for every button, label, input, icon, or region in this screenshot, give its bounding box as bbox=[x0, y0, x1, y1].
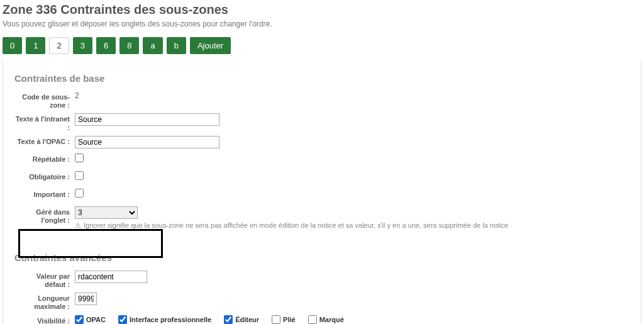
default-input[interactable] bbox=[75, 271, 147, 283]
advanced-section-title: Contraintes avancées bbox=[14, 252, 630, 263]
vis-staff-label: Interface professionnelle bbox=[130, 316, 211, 323]
tab-3[interactable]: 3 bbox=[73, 37, 92, 54]
warning-icon bbox=[75, 221, 84, 229]
vis-collapsed-label: Plié bbox=[283, 316, 296, 323]
vis-opac-label: OPAC bbox=[86, 316, 106, 323]
tab-6[interactable]: 6 bbox=[96, 37, 116, 54]
maxlen-input[interactable] bbox=[75, 293, 97, 305]
repeatable-label: Répétable : bbox=[14, 154, 75, 164]
vis-editor-checkbox[interactable] bbox=[224, 315, 233, 324]
vis-opac-checkbox[interactable] bbox=[75, 315, 84, 324]
intranet-input[interactable] bbox=[75, 113, 219, 126]
tab-8[interactable]: 8 bbox=[119, 37, 139, 54]
tab-b[interactable]: b bbox=[167, 37, 186, 54]
vis-editor-label: Éditeur bbox=[235, 316, 259, 323]
vis-staff-checkbox[interactable] bbox=[118, 315, 127, 324]
mandatory-label: Obligatoire : bbox=[14, 171, 75, 181]
vis-flagged-label: Marqué bbox=[319, 316, 344, 323]
tab-0[interactable]: 0 bbox=[3, 37, 22, 54]
important-checkbox[interactable] bbox=[75, 189, 84, 198]
managed-tab-label: Géré dans l'onglet : bbox=[14, 206, 75, 225]
code-value: 2 bbox=[75, 91, 630, 100]
tab-1[interactable]: 1 bbox=[26, 37, 45, 54]
tab-strip: 0 1 2 3 6 8 a b Ajouter bbox=[0, 37, 644, 60]
intranet-label: Texte à l'intranet : bbox=[14, 113, 75, 131]
mandatory-checkbox[interactable] bbox=[75, 171, 84, 180]
maxlen-label: Longueur maximale : bbox=[14, 293, 75, 311]
vis-flagged-checkbox[interactable] bbox=[308, 315, 317, 324]
managed-tab-hint: Ignorer signifie que la sous-zone ne ser… bbox=[75, 221, 630, 230]
managed-tab-select[interactable]: 3 bbox=[75, 206, 138, 219]
tab-2[interactable]: 2 bbox=[49, 37, 69, 54]
opac-input[interactable] bbox=[75, 136, 219, 148]
default-label: Valeur par défaut : bbox=[14, 271, 75, 289]
vis-collapsed-checkbox[interactable] bbox=[272, 315, 280, 324]
tab-a[interactable]: a bbox=[143, 37, 162, 54]
code-label: Code de sous-zone : bbox=[14, 91, 75, 109]
visibility-label: Visibilité : bbox=[14, 315, 75, 325]
basic-section-title: Contraintes de base bbox=[14, 73, 630, 84]
repeatable-checkbox[interactable] bbox=[75, 154, 84, 162]
tab-add[interactable]: Ajouter bbox=[190, 37, 231, 54]
constraints-panel: Contraintes de base Code de sous-zone : … bbox=[3, 60, 641, 324]
opac-label: Texte à l'OPAC : bbox=[14, 136, 75, 146]
page-subtitle: Vous pouvez glisser et déposer les ongle… bbox=[3, 20, 641, 28]
page-title: Zone 336 Contraintes des sous-zones bbox=[3, 3, 641, 17]
important-label: Important : bbox=[14, 189, 75, 199]
